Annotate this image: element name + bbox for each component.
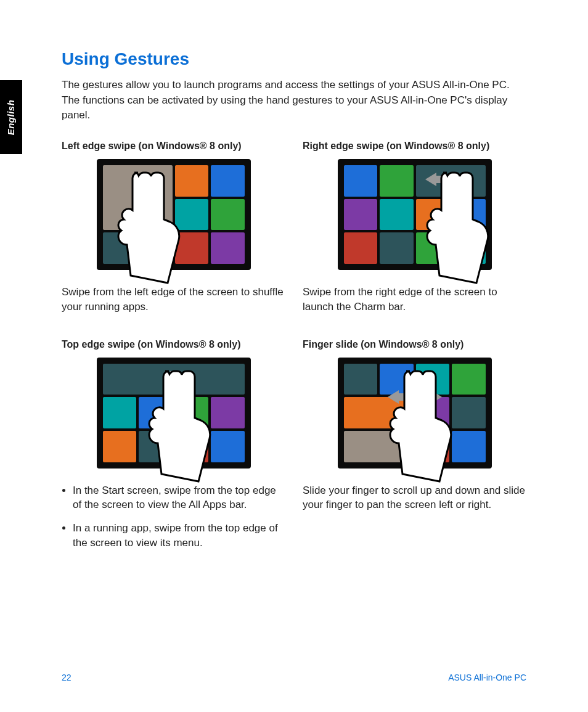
- gesture-description: Swipe from the left edge of the screen t…: [62, 285, 285, 314]
- page-number: 22: [62, 673, 71, 682]
- arrow-right-icon: [152, 173, 163, 186]
- gesture-grid: Left edge swipe (on Windows® 8 only): [62, 141, 526, 559]
- intro-paragraph: The gestures allow you to launch program…: [62, 78, 526, 123]
- language-tab: English: [0, 80, 22, 154]
- gesture-finger-slide: Finger slide (on Windows® 8 only): [303, 339, 526, 559]
- gesture-illustration: [303, 159, 526, 270]
- gesture-title: Left edge swipe (on Windows® 8 only): [62, 141, 285, 152]
- gesture-description-list: In the Start screen, swipe from the top …: [62, 483, 285, 550]
- gesture-description: Swipe from the right edge of the screen …: [303, 285, 526, 314]
- gesture-description: Slide your finger to scroll up and down …: [303, 483, 526, 513]
- list-item: In the Start screen, swipe from the top …: [73, 483, 285, 513]
- gesture-illustration: [62, 159, 285, 270]
- manual-page: English Using Gestures The gestures allo…: [0, 0, 588, 712]
- product-name: ASUS All-in-One PC: [448, 673, 526, 682]
- page-title: Using Gestures: [62, 49, 526, 69]
- gesture-right-swipe: Right edge swipe (on Windows® 8 only): [303, 141, 526, 314]
- gesture-title: Finger slide (on Windows® 8 only): [303, 339, 526, 350]
- arrow-left-icon: [425, 173, 436, 186]
- gesture-illustration: [303, 358, 526, 469]
- arrow-down-icon: [167, 379, 181, 390]
- gesture-title: Top edge swipe (on Windows® 8 only): [62, 339, 285, 350]
- language-label: English: [6, 99, 17, 135]
- gesture-title: Right edge swipe (on Windows® 8 only): [303, 141, 526, 152]
- gesture-illustration: [62, 358, 285, 469]
- gesture-left-swipe: Left edge swipe (on Windows® 8 only): [62, 141, 285, 314]
- list-item: In a running app, swipe from the top edg…: [73, 521, 285, 550]
- gesture-top-swipe: Top edge swipe (on Windows® 8 only): [62, 339, 285, 559]
- page-footer: 22 ASUS All-in-One PC: [62, 673, 526, 682]
